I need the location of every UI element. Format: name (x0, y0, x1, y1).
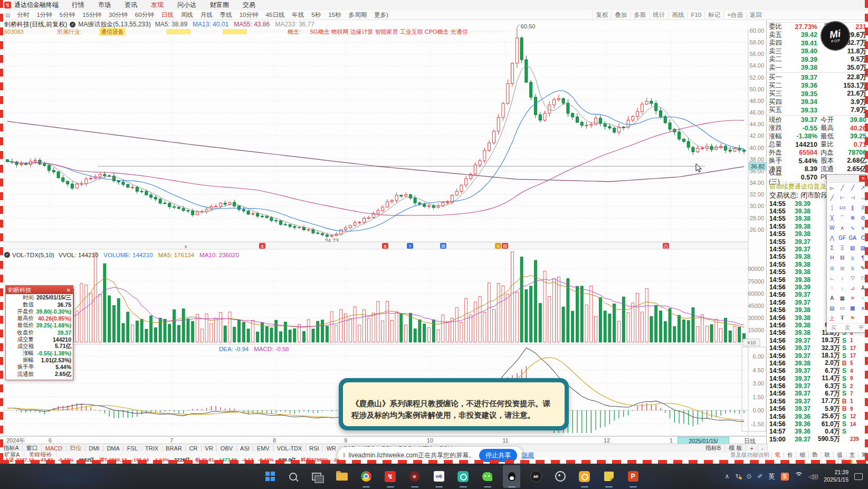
indicator-tab-DMI[interactable]: DMI (85, 445, 103, 452)
draw-tool-7-3[interactable]: ¶ (858, 253, 868, 263)
indicator-tab-VOL-TDX[interactable]: VOL-TDX (273, 445, 306, 452)
tab-归位[interactable]: 归位 (66, 444, 85, 452)
btn-指标B[interactable]: 指标B (702, 444, 725, 452)
tray-expand-icon[interactable]: ∧ (725, 473, 730, 480)
draw-tool-1-1[interactable]: ⊢ (837, 193, 848, 203)
draw-tool-8-2[interactable]: ||| (847, 263, 858, 273)
panel-tab-细[interactable]: 细 (797, 452, 809, 459)
taskbar-start-icon[interactable] (260, 465, 278, 488)
vol-indicator-name[interactable]: VOL-TDX(5,10) (12, 252, 54, 258)
popup-titlebar[interactable]: 剑桥科技 ✕ (6, 286, 73, 294)
draw-tool-0-0[interactable]: ▻ (827, 183, 837, 193)
btn--[interactable]: - (758, 445, 768, 452)
indicator-tab-OBV[interactable]: OBV (217, 445, 236, 452)
taskbar-search-icon[interactable] (284, 465, 302, 488)
tab-MACD[interactable]: MACD (42, 445, 66, 452)
dt-foot-平[interactable]: 平 (859, 324, 864, 332)
draw-tool-1-3[interactable]: ↔ (858, 193, 868, 203)
indicator-tab-WR[interactable]: WR (323, 445, 340, 452)
taskbar-ntes-icon[interactable]: ◉ (406, 465, 423, 488)
volume-icon[interactable]: ◁))) (809, 474, 818, 479)
wifi-icon[interactable] (795, 472, 803, 481)
taskbar-chrome-icon[interactable] (357, 465, 375, 488)
tool-F10[interactable]: F10 (687, 12, 704, 18)
period-季线[interactable]: 季线 (216, 11, 236, 19)
draw-tool-7-2[interactable]: ||| (847, 253, 858, 263)
tool-复权[interactable]: 复权 (592, 11, 611, 19)
panel-tab-价[interactable]: 价 (784, 452, 797, 459)
indicator-tab-EMV[interactable]: EMV (253, 445, 273, 452)
industry-value[interactable]: 通信设备 (99, 28, 126, 36)
draw-tool-9-2[interactable]: ▽ (847, 273, 858, 283)
pen-icon[interactable]: ✐ (758, 473, 763, 480)
draw-tool-8-3[interactable]: ✎ (858, 263, 868, 273)
draw-tool-5-1[interactable]: GF (837, 233, 848, 243)
period-1分钟[interactable]: 1分钟 (33, 11, 55, 19)
draw-tool-11-3[interactable]: ▫ (858, 293, 868, 303)
menu-item-发现[interactable]: 发现 (144, 1, 170, 8)
taskbar-teal-icon[interactable] (454, 465, 472, 488)
dt-foot-买[interactable]: 买 (831, 324, 837, 332)
period-15秒[interactable]: 15秒 (325, 11, 345, 19)
draw-tool-0-3[interactable]: ↗ (858, 183, 868, 193)
draw-tool-3-2[interactable]: ⊕ (847, 213, 858, 223)
draw-tool-1-0[interactable]: ╱ (827, 193, 837, 203)
draw-tool-13-2[interactable]: ⚑ (847, 313, 858, 323)
panel-tab-笔[interactable]: 笔 (772, 452, 785, 459)
taskbar-clock[interactable]: 21:39 2025/1/15 (824, 469, 848, 483)
sogou-input-icon[interactable]: S (781, 473, 789, 481)
draw-tool-11-2[interactable]: ✕ (847, 293, 858, 303)
period-10分钟[interactable]: 10分钟 (236, 11, 262, 19)
period-日线[interactable]: 日线 (158, 11, 177, 19)
period-30分钟[interactable]: 30分钟 (105, 11, 131, 19)
period-分时[interactable]: 分时 (13, 11, 33, 19)
taskbar-lz-icon[interactable] (576, 465, 593, 488)
draw-tool-5-0[interactable]: ⋀ (827, 233, 837, 243)
draw-tool-13-3[interactable] (858, 313, 868, 323)
draw-tool-6-0[interactable]: Σ (827, 243, 837, 253)
indicator-tab-RSI[interactable]: RSI (306, 445, 323, 452)
period-多周期[interactable]: 多周期 (345, 11, 370, 19)
draw-tool-12-1[interactable]: ▭ (837, 303, 848, 313)
draw-tool-10-0[interactable]: ↑ (827, 283, 837, 293)
hide-share-link[interactable]: 隐藏 (521, 451, 534, 460)
taskbar-folder-icon[interactable] (333, 465, 350, 488)
draw-tool-2-0[interactable]: ¦ (827, 203, 837, 213)
menu-item-交易[interactable]: 交易 (236, 1, 262, 8)
dt-foot-卖[interactable]: 卖 (845, 324, 851, 332)
period-45日线[interactable]: 45日线 (262, 11, 288, 19)
taskbar-cam-icon[interactable] (551, 465, 569, 488)
draw-tool-4-2[interactable]: ∿ (847, 223, 858, 233)
taskbar-mi-icon[interactable]: Mi (527, 465, 545, 488)
draw-tool-8-0[interactable]: |||| (827, 263, 837, 273)
draw-tool-13-1[interactable]: Ŧ (837, 313, 848, 323)
draw-tool-10-2[interactable]: ⊿ (847, 283, 858, 293)
taskbar-ppt-icon[interactable]: P (624, 465, 642, 488)
draw-tool-7-1[interactable]: ‖‖ (837, 253, 848, 263)
draw-tool-3-3[interactable]: ⊘ (858, 213, 868, 223)
menu-item-行情[interactable]: 行情 (65, 1, 91, 8)
draw-tool-3-1[interactable]: ⌒ (837, 213, 848, 223)
draw-tool-0-1[interactable]: ╱ (837, 183, 848, 193)
tool-多股[interactable]: 多股 (630, 11, 649, 19)
indicator-tab-CR[interactable]: CR (186, 445, 202, 452)
draw-tool-11-1[interactable]: ▦ (837, 293, 848, 303)
period-15分钟[interactable]: 15分钟 (79, 11, 105, 19)
panel-tab-联[interactable]: 联 (822, 452, 834, 459)
draw-tool-7-0[interactable]: H (827, 253, 837, 263)
taskbar-qq-icon[interactable] (503, 465, 520, 488)
indicator-tab-DMA[interactable]: DMA (103, 445, 123, 452)
draw-tool-12-0[interactable]: ▤ (827, 303, 837, 313)
draw-tool-0-2[interactable]: ╱ (847, 183, 858, 193)
input-language[interactable]: 英 (769, 472, 775, 481)
draw-tool-2-2[interactable]: ∥ (847, 203, 858, 213)
close-icon[interactable]: ✕ (66, 287, 71, 293)
panel-tab-值[interactable]: 值 (834, 452, 846, 459)
close-icon[interactable]: ✕ (859, 175, 867, 182)
period-月线[interactable]: 月线 (197, 11, 216, 19)
tool-标记[interactable]: 标记 (704, 11, 723, 19)
period-5分钟[interactable]: 5分钟 (56, 11, 79, 19)
draw-tool-9-0[interactable]: ∟ (827, 273, 837, 283)
panel-tab-势[interactable]: 势 (809, 452, 822, 459)
draw-tool-13-0[interactable]: 上 (827, 313, 837, 323)
